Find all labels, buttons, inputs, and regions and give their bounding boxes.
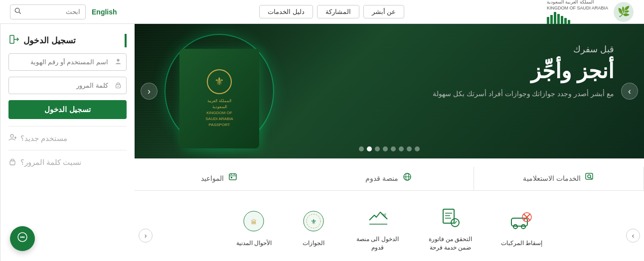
bar7 — [547, 17, 549, 24]
search-input[interactable] — [25, 6, 85, 17]
tab-arrival[interactable]: منصة قدوم — [304, 167, 474, 190]
hero-title: أنجز وأجِّز — [433, 59, 614, 84]
passport-emblem: ⚜ — [207, 69, 232, 94]
svg-point-2 — [15, 8, 19, 12]
new-user-label: مستخدم جديد؟ — [20, 134, 67, 143]
search-icon — [14, 7, 21, 14]
svg-point-46 — [23, 237, 25, 238]
logo-ksa-text-en: KINGDOM OF SAUDI ARABIA — [547, 5, 608, 11]
svg-rect-10 — [229, 174, 236, 180]
hero-subtitle: قبل سفرك — [433, 44, 614, 55]
password-input[interactable] — [8, 77, 127, 94]
passports-icon: ⚜ — [300, 208, 327, 235]
services-content: › ‹ — [135, 191, 644, 261]
appointments-icon — [228, 172, 238, 184]
tab-inquiry[interactable]: الخدمات الاستعلامية — [474, 167, 644, 190]
svg-point-5 — [588, 175, 591, 178]
svg-point-39 — [10, 134, 13, 137]
header-right: English — [10, 4, 117, 19]
services-tabs: الخدمات الاستعلامية منصة قدوم — [135, 167, 644, 191]
username-group — [8, 53, 127, 71]
forgot-password-link[interactable]: نسيت كلمة المرور؟ — [8, 157, 127, 167]
slider-next-button[interactable]: › — [621, 83, 638, 100]
slide-dot-1[interactable] — [415, 146, 420, 151]
arrival-platform-icon — [364, 204, 391, 231]
service-item-passports[interactable]: ⚜ الجوازات — [290, 203, 337, 253]
sidebar-divider-2 — [8, 150, 127, 150]
nav-services-guide[interactable]: دليل الخدمات — [259, 5, 313, 18]
civil-icon: 🏛 — [240, 208, 268, 235]
service-item-vehicle-cancel[interactable]: إسقاط المركبات — [491, 203, 552, 253]
arrival-icon — [402, 172, 412, 184]
header: 🌿 المملكة العربية السعودية KINGDOM OF SA… — [0, 0, 644, 24]
username-input[interactable] — [8, 53, 127, 71]
lock-icon — [115, 81, 122, 90]
hero-passport: ⚜ المملكة العربيةالسعوديةKINGDOM OFSAUDI… — [164, 34, 274, 148]
service-item-civil[interactable]: 🏛 الأحوال المدنية — [226, 203, 282, 253]
services-pagination — [143, 257, 636, 261]
hero-text: قبل سفرك أنجز وأجِّز مع أبشر أصدر وجدد ج… — [433, 44, 614, 98]
language-button[interactable]: English — [92, 8, 117, 16]
slide-dot-2[interactable] — [407, 146, 412, 151]
bar4 — [557, 14, 560, 24]
login-button[interactable]: تسجيل الدخول — [8, 100, 127, 119]
svg-rect-42 — [10, 161, 15, 165]
bar3 — [561, 16, 563, 24]
search-button[interactable] — [10, 5, 25, 18]
slide-dot-7[interactable] — [367, 146, 372, 151]
slide-dot-8[interactable] — [359, 146, 364, 151]
invoice-label: التحقق من فاتورة ضمن خدمة فرحة — [428, 235, 473, 252]
chevron-left-services-icon: ‹ — [145, 232, 147, 240]
logo-bars — [547, 12, 570, 24]
forgot-password-icon — [8, 157, 16, 167]
forgot-password-label: نسيت كلمة المرور؟ — [20, 158, 81, 167]
sidebar: تسجيل الدخول — [0, 24, 135, 261]
svg-line-3 — [19, 12, 21, 14]
slider-prev-button[interactable]: ‹ — [141, 83, 158, 100]
bar6 — [550, 15, 553, 24]
tab-appointments-label: المواعيد — [201, 174, 224, 182]
sidebar-title-text: تسجيل الدخول — [23, 35, 76, 46]
content-area: ⚜ المملكة العربيةالسعوديةKINGDOM OFSAUDI… — [135, 24, 644, 261]
slide-dot-5[interactable] — [383, 146, 388, 151]
tab-arrival-label: منصة قدوم — [365, 174, 398, 182]
svg-point-36 — [117, 59, 119, 61]
hero-description: مع أبشر أصدر وجدد جوازاتك وجوازات أفراد … — [433, 90, 614, 98]
chevron-right-services-icon: › — [632, 232, 635, 240]
header-left: 🌿 المملكة العربية السعودية KINGDOM OF SA… — [547, 0, 634, 24]
add-user-icon — [8, 133, 16, 143]
tab-appointments[interactable]: المواعيد — [135, 167, 304, 190]
invoice-icon — [437, 204, 464, 231]
arrival-platform-label: الدخول الى منصة قدوم — [355, 235, 400, 252]
svg-point-44 — [20, 237, 22, 238]
inquiry-icon — [585, 172, 595, 184]
chevron-left-icon: ‹ — [148, 86, 151, 97]
slider-dots — [359, 146, 420, 151]
chat-button[interactable] — [10, 226, 35, 251]
svg-rect-34 — [10, 35, 14, 43]
services-prev-button[interactable]: ‹ — [139, 229, 153, 243]
service-item-invoice[interactable]: التحقق من فاتورة ضمن خدمة فرحة — [418, 199, 483, 257]
nav-about[interactable]: عن أبشر — [363, 5, 405, 18]
vehicle-cancel-icon — [508, 208, 535, 235]
logo-area: 🌿 المملكة العربية السعودية KINGDOM OF SA… — [547, 0, 634, 24]
hero-slider: ⚜ المملكة العربيةالسعوديةKINGDOM OFSAUDI… — [135, 24, 644, 158]
passport-book: ⚜ المملكة العربيةالسعوديةKINGDOM OFSAUDI… — [179, 49, 259, 148]
svg-rect-14 — [231, 177, 232, 178]
slide-dot-4[interactable] — [391, 146, 396, 151]
services-next-button[interactable]: › — [626, 229, 640, 243]
passports-label: الجوازات — [303, 239, 324, 248]
new-user-link[interactable]: مستخدم جديد؟ — [8, 133, 127, 143]
bar5 — [554, 12, 556, 24]
sidebar-divider — [8, 126, 127, 127]
user-icon — [115, 58, 122, 66]
slide-dot-3[interactable] — [399, 146, 404, 151]
slide-dot-6[interactable] — [375, 146, 380, 151]
service-item-arrival[interactable]: الدخول الى منصة قدوم — [345, 199, 410, 257]
civil-label: الأحوال المدنية — [236, 239, 272, 248]
svg-text:⚜: ⚜ — [310, 218, 317, 226]
chat-icon — [16, 231, 28, 246]
svg-rect-21 — [443, 209, 454, 223]
nav-participation[interactable]: المشاركة — [317, 5, 359, 18]
bar2 — [564, 18, 567, 24]
